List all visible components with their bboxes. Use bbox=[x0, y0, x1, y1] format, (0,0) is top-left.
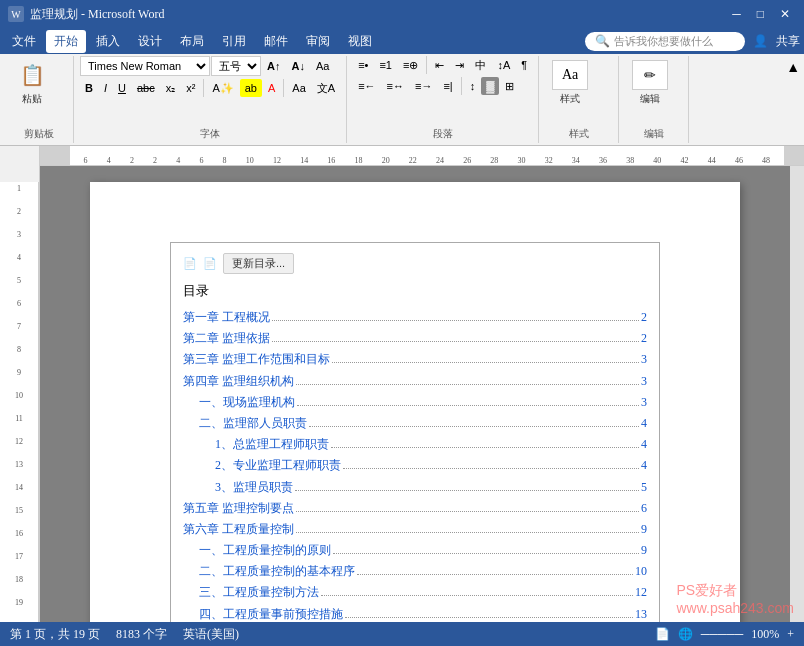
toc-page-3: 3 bbox=[641, 372, 647, 391]
underline-btn[interactable]: U bbox=[113, 79, 131, 97]
collapse-icon[interactable]: ▲ bbox=[786, 60, 800, 76]
menu-mailings[interactable]: 邮件 bbox=[256, 30, 296, 53]
paste-label: 粘贴 bbox=[22, 92, 42, 106]
align-right-btn[interactable]: ≡→ bbox=[410, 77, 437, 95]
lmark-2: 2 bbox=[17, 207, 21, 216]
right-scrollbar[interactable] bbox=[790, 166, 804, 622]
toc-page-12: 10 bbox=[635, 562, 647, 581]
toc-dots-6 bbox=[331, 436, 639, 448]
font-size-select[interactable]: 五号 小四 四号 bbox=[211, 56, 261, 76]
toc-update-button[interactable]: 更新目录... bbox=[223, 253, 294, 274]
text-effect-btn[interactable]: A✨ bbox=[207, 79, 238, 97]
toc-entry-9[interactable]: 第五章 监理控制要点6 bbox=[183, 499, 647, 518]
toc-entry-8[interactable]: 3、监理员职责5 bbox=[183, 478, 647, 497]
user-icon: 👤 bbox=[753, 34, 768, 49]
toc-header: 📄 📄 更新目录... bbox=[183, 253, 647, 274]
menu-view[interactable]: 视图 bbox=[340, 30, 380, 53]
toc-text-12: 二、工程质量控制的基本程序 bbox=[199, 562, 355, 581]
toc-dots-2 bbox=[332, 351, 639, 363]
font-size2-btn[interactable]: Aa bbox=[287, 79, 310, 97]
font-row2: B I U abc x₂ x² A✨ ab A Aa 文A bbox=[80, 79, 340, 97]
page-wrapper[interactable]: 📄 📄 更新目录... 目录 第一章 工程概况2第二章 监理依据2第三章 监理工… bbox=[40, 166, 790, 622]
menu-design[interactable]: 设计 bbox=[130, 30, 170, 53]
toc-dots-5 bbox=[309, 415, 639, 427]
toc-entry-6[interactable]: 1、总监理工程师职责4 bbox=[183, 435, 647, 454]
strikethrough-btn[interactable]: abc bbox=[132, 79, 160, 97]
paste-button[interactable]: 📋 粘贴 bbox=[10, 56, 54, 110]
toc-dots-11 bbox=[333, 542, 639, 554]
search-box[interactable]: 🔍 告诉我你想要做什么 bbox=[585, 32, 745, 51]
align-center-btn[interactable]: ≡↔ bbox=[382, 77, 409, 95]
font-group: Times New Roman 五号 小四 四号 A↑ A↓ Aa B I U … bbox=[74, 56, 347, 143]
ruler-mark30: 30 bbox=[518, 156, 526, 165]
left-ruler-marks: 1 2 3 4 5 6 7 8 9 10 11 12 13 14 15 16 1 bbox=[0, 182, 38, 622]
menu-file[interactable]: 文件 bbox=[4, 30, 44, 53]
chinese-fmt-btn[interactable]: 中 bbox=[470, 56, 491, 74]
align-left-btn[interactable]: ≡← bbox=[353, 77, 380, 95]
toc-entry-2[interactable]: 第三章 监理工作范围和目标3 bbox=[183, 350, 647, 369]
maximize-btn[interactable]: □ bbox=[751, 7, 770, 22]
zoom-slider[interactable]: ───── bbox=[701, 627, 744, 642]
menu-home[interactable]: 开始 bbox=[46, 30, 86, 53]
menu-insert[interactable]: 插入 bbox=[88, 30, 128, 53]
styles-button[interactable]: Aa 样式 bbox=[545, 56, 595, 110]
superscript-btn[interactable]: x² bbox=[181, 79, 200, 97]
zoom-in-icon[interactable]: + bbox=[787, 627, 794, 642]
share-btn[interactable]: 共享 bbox=[776, 33, 800, 50]
view-print-icon[interactable]: 📄 bbox=[655, 627, 670, 642]
paragraph-label: 段落 bbox=[353, 127, 532, 143]
show-para-btn[interactable]: ¶ bbox=[516, 56, 532, 74]
bullets-btn[interactable]: ≡• bbox=[353, 56, 373, 74]
justify-btn[interactable]: ≡| bbox=[438, 77, 457, 95]
toc-entry-12[interactable]: 二、工程质量控制的基本程序10 bbox=[183, 562, 647, 581]
italic-btn[interactable]: I bbox=[99, 79, 112, 97]
subscript-btn[interactable]: x₂ bbox=[161, 79, 181, 97]
paste-icon: 📋 bbox=[17, 60, 47, 90]
toc-dots-8 bbox=[295, 479, 639, 491]
highlight-btn[interactable]: ab bbox=[240, 79, 262, 97]
decrease-indent-btn[interactable]: ⇤ bbox=[430, 56, 449, 74]
menu-layout[interactable]: 布局 bbox=[172, 30, 212, 53]
lmark-8: 8 bbox=[17, 345, 21, 354]
menu-review[interactable]: 审阅 bbox=[298, 30, 338, 53]
sort-btn[interactable]: ↕A bbox=[492, 56, 515, 74]
toc-entry-1[interactable]: 第二章 监理依据2 bbox=[183, 329, 647, 348]
toc-entry-13[interactable]: 三、工程质量控制方法12 bbox=[183, 583, 647, 602]
close-btn[interactable]: ✕ bbox=[774, 7, 796, 22]
ruler-mark40: 40 bbox=[653, 156, 661, 165]
multilevel-btn[interactable]: ≡⊕ bbox=[398, 56, 423, 74]
ruler-mark44: 44 bbox=[708, 156, 716, 165]
editing-button[interactable]: ✏ 编辑 bbox=[625, 56, 675, 110]
toc-entry-14[interactable]: 四、工程质量事前预控措施13 bbox=[183, 605, 647, 622]
numbering-btn[interactable]: ≡1 bbox=[374, 56, 397, 74]
toc-entry-3[interactable]: 第四章 监理组织机构3 bbox=[183, 372, 647, 391]
toc-entry-11[interactable]: 一、工程质量控制的原则9 bbox=[183, 541, 647, 560]
font-shrink-btn[interactable]: A↓ bbox=[286, 57, 309, 75]
toc-text-10: 第六章 工程质量控制 bbox=[183, 520, 294, 539]
divider2 bbox=[283, 79, 284, 97]
bold-btn[interactable]: B bbox=[80, 79, 98, 97]
styles-label: 样式 bbox=[560, 92, 580, 106]
clear-format-btn[interactable]: Aa bbox=[311, 57, 334, 75]
border-btn[interactable]: ⊞ bbox=[500, 77, 519, 95]
phonetic-btn[interactable]: 文A bbox=[312, 79, 340, 97]
line-spacing-btn[interactable]: ↕ bbox=[465, 77, 481, 95]
toc-entry-7[interactable]: 2、专业监理工程师职责4 bbox=[183, 456, 647, 475]
lmark-19: 19 bbox=[15, 598, 23, 607]
view-web-icon[interactable]: 🌐 bbox=[678, 627, 693, 642]
shading-btn[interactable]: ▓ bbox=[481, 77, 499, 95]
toc-entry-5[interactable]: 二、监理部人员职责4 bbox=[183, 414, 647, 433]
toc-entry-4[interactable]: 一、现场监理机构3 bbox=[183, 393, 647, 412]
toc-entry-10[interactable]: 第六章 工程质量控制9 bbox=[183, 520, 647, 539]
font-name-select[interactable]: Times New Roman bbox=[80, 56, 210, 76]
menu-references[interactable]: 引用 bbox=[214, 30, 254, 53]
ribbon-collapse[interactable]: ▲ bbox=[786, 56, 800, 143]
font-grow-btn[interactable]: A↑ bbox=[262, 57, 285, 75]
toc-text-2: 第三章 监理工作范围和目标 bbox=[183, 350, 330, 369]
toc-text-9: 第五章 监理控制要点 bbox=[183, 499, 294, 518]
increase-indent-btn[interactable]: ⇥ bbox=[450, 56, 469, 74]
minimize-btn[interactable]: ─ bbox=[726, 7, 747, 22]
toc-entry-0[interactable]: 第一章 工程概况2 bbox=[183, 308, 647, 327]
window-controls[interactable]: ─ □ ✕ bbox=[726, 7, 796, 22]
font-color-btn[interactable]: A bbox=[263, 79, 280, 97]
